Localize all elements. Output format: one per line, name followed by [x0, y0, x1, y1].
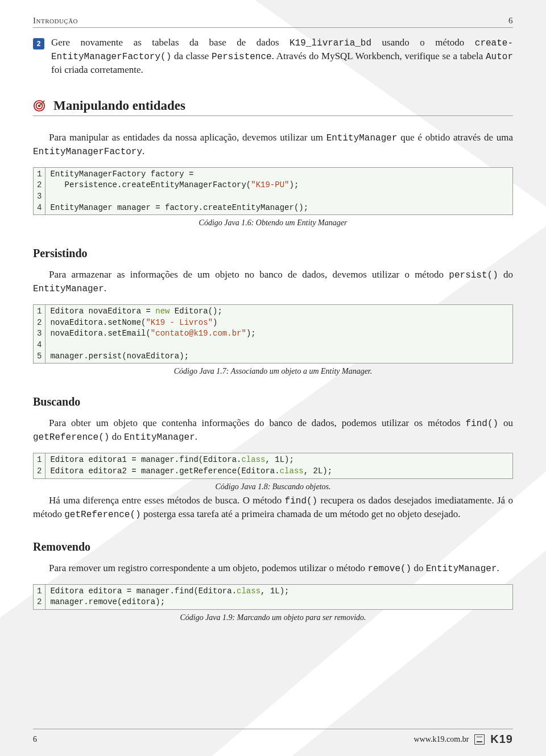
- header-section: Introdução: [33, 16, 78, 26]
- section-heading: Manipulando entidades: [33, 98, 513, 116]
- section-title: Manipulando entidades: [53, 98, 185, 113]
- code-gutter: 1 2 3 4: [34, 168, 46, 214]
- logo-icon: [474, 734, 485, 745]
- target-icon: [33, 100, 46, 112]
- code-body: EntityManagerFactory factory = Persisten…: [46, 168, 313, 214]
- subheading: Persistindo: [33, 247, 513, 260]
- step-text: Gere novamente as tabelas da base de dad…: [51, 36, 513, 77]
- code-caption: Código Java 1.6: Obtendo um Entity Manag…: [33, 218, 513, 228]
- paragraph: Há uma diferença entre esses métodos de …: [33, 494, 513, 521]
- code-block-1: 1 2 3 4 EntityManagerFactory factory = P…: [33, 167, 513, 215]
- page-footer: 6 www.k19.com.br K19: [33, 729, 513, 746]
- code-caption: Código Java 1.7: Associando um objeto a …: [33, 367, 513, 376]
- paragraph: Para obter um objeto que contenha inform…: [33, 416, 513, 444]
- code-caption: Código Java 1.9: Marcando um objeto para…: [33, 613, 513, 622]
- paragraph: Para armazenar as informações de um obje…: [33, 268, 513, 295]
- code-gutter: 1 2: [34, 453, 46, 478]
- subheading: Buscando: [33, 395, 513, 408]
- code-gutter: 1 2: [34, 585, 46, 609]
- footer-url: www.k19.com.br: [414, 735, 469, 744]
- header-page-number: 6: [508, 16, 513, 26]
- step-number-badge: 2: [33, 38, 44, 49]
- paragraph: Para remover um registro correspondente …: [33, 561, 513, 575]
- code-block-2: 1 2 3 4 5 Editora novaEditora = new Edit…: [33, 304, 513, 363]
- page-header: Introdução 6: [33, 16, 513, 28]
- code-body: Editora editora = manager.find(Editora.c…: [46, 585, 293, 609]
- code-body: Editora editora1 = manager.find(Editora.…: [46, 453, 337, 478]
- exercise-step: 2 Gere novamente as tabelas da base de d…: [33, 36, 513, 77]
- code-caption: Código Java 1.8: Buscando objetos.: [33, 482, 513, 491]
- logo-text: K19: [490, 733, 513, 746]
- code-gutter: 1 2 3 4 5: [34, 305, 46, 363]
- code-body: Editora novaEditora = new Editora(); nov…: [46, 305, 260, 363]
- subheading: Removendo: [33, 540, 513, 553]
- code-block-4: 1 2 Editora editora = manager.find(Edito…: [33, 584, 513, 610]
- paragraph: Para manipular as entidades da nossa apl…: [33, 131, 513, 158]
- footer-page-number: 6: [33, 735, 37, 744]
- code-block-3: 1 2 Editora editora1 = manager.find(Edit…: [33, 453, 513, 478]
- footer-branding: www.k19.com.br K19: [414, 733, 513, 746]
